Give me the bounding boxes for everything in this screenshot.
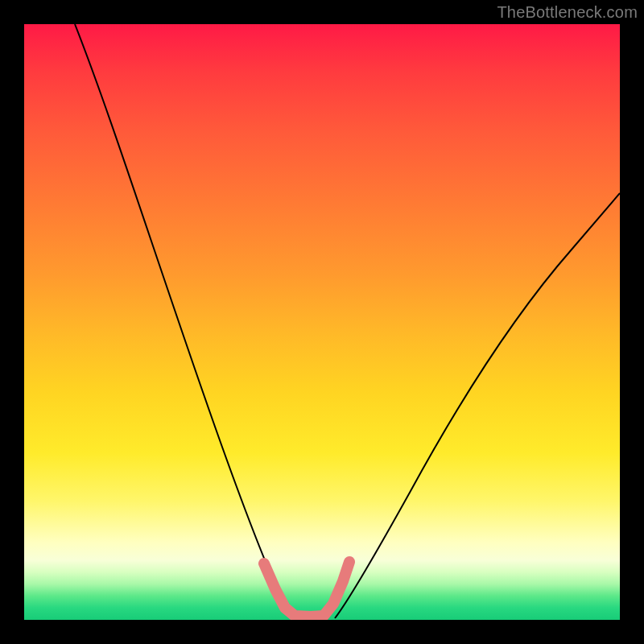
left-bottleneck-curve bbox=[75, 24, 298, 618]
optimal-zone-marker bbox=[264, 562, 349, 617]
plot-gradient-background bbox=[24, 24, 620, 620]
right-bottleneck-curve bbox=[335, 193, 620, 618]
chart-frame: TheBottleneck.com bbox=[0, 0, 644, 644]
curve-layer bbox=[24, 24, 620, 620]
watermark-text: TheBottleneck.com bbox=[497, 3, 638, 22]
